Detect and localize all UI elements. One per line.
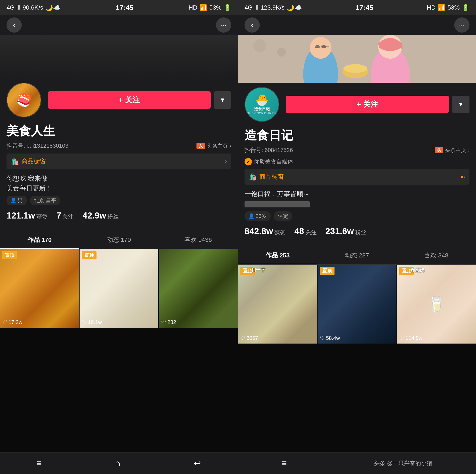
heart-icon-2-right: ♡ [320, 335, 325, 341]
status-right-right: HD 📶 53% 🔋 [427, 4, 470, 11]
status-right: HD 📶 53% 🔋 [189, 4, 232, 11]
thumb-3-left [159, 249, 238, 328]
follow-button-right[interactable]: + 关注 [286, 96, 449, 113]
tab-dynamic-left[interactable]: 动态 170 [79, 231, 159, 249]
location-label-right: 保定 [278, 213, 288, 220]
likes-stat-left: 121.1w 获赞 [6, 211, 48, 220]
thumb-2-left [80, 249, 158, 328]
bottom-bar-right: ≡ 头条 @一只兴奋的小猪 [238, 452, 476, 474]
thumb-1-right [238, 265, 317, 344]
shop-icon-left: 🛍️ [11, 158, 19, 165]
top-nav-right: ‹ ··· [238, 15, 476, 35]
status-icons: 🌙☁️ [45, 4, 61, 11]
shop-text-right: 商品橱窗 [259, 173, 460, 181]
toutiao-link-right[interactable]: 头 头条主页 › [435, 147, 470, 154]
followers-label-right: 粉丝 [355, 228, 366, 236]
status-left-right: 4G ill 123.9K/s 🌙☁️ [244, 4, 302, 11]
grid-item-1-left[interactable]: 置顶 ♡ 17.2w [0, 249, 79, 328]
title-3-right: 养懒奶 [410, 267, 476, 273]
heart-icon-1-right: ♡ [240, 335, 245, 341]
dropdown-button-right[interactable]: ▼ [452, 96, 470, 113]
shop-row-left[interactable]: 🛍️ 商品橱窗 › [6, 154, 231, 169]
likes-num-right: 842.8w [244, 226, 273, 236]
cover-area-left [0, 35, 238, 78]
tab-likes-right[interactable]: 喜欢 348 [397, 247, 476, 264]
status-bar-right: 4G ill 123.9K/s 🌙☁️ 17:45 HD 📶 53% 🔋 [238, 0, 476, 15]
following-stat-left: 7 关注 [56, 211, 74, 220]
grid-item-3-right[interactable]: 🥛 置顶 养懒奶 ♡ 114.5w [397, 265, 476, 344]
grid-item-2-right[interactable]: 置顶 ♡ 58.4w [318, 265, 396, 344]
like-num-3-left: 282 [167, 319, 176, 325]
toutiao-text-right: 头条主页 [445, 147, 466, 154]
heart-icon-2-left: ♡ [82, 319, 87, 326]
profile-section-left: 🍣 + 关注 ▼ 美食人生 抖音号: cui13121830103 头 头条主页… [0, 78, 238, 231]
signal-indicator: 4G ill [6, 4, 20, 11]
like-num-3-right: 114.5w [406, 335, 422, 341]
avatar-right: 🐣 造食日记 THE COOK DIARIES [244, 87, 279, 122]
toutiao-link-left[interactable]: 头 头条主页 › [197, 142, 231, 149]
gender-tag-left: 👤 男 [6, 196, 27, 205]
menu-icon-right[interactable]: ≡ [282, 458, 287, 468]
quality-badge-right: ✓ 优质美食自媒体 [244, 158, 470, 165]
followers-num-left: 42.9w [82, 211, 106, 220]
avatar-image-left: 🍣 [7, 83, 41, 117]
home-icon-left[interactable]: ⌂ [115, 458, 120, 468]
more-button-right[interactable]: ··· [454, 18, 470, 33]
thumb-3-right: 🥛 [397, 265, 476, 344]
bio-line2-left: 美食每日更新！ [6, 183, 231, 193]
like-count-1-left: ♡ 17.2w [2, 319, 22, 326]
tab-works-left[interactable]: 作品 170 [0, 231, 79, 249]
like-count-1-right: ♡ 8057 [240, 335, 258, 341]
thumb-1-left [0, 249, 79, 328]
heart-icon-3-left: ♡ [161, 319, 166, 326]
shop-row-right[interactable]: 🛍️ 商品橱窗 › [244, 169, 470, 185]
bio-left: 你想吃 我来做 美食每日更新！ [6, 174, 231, 193]
following-num-right: 48 [294, 226, 304, 236]
location-tag-left: 北京·昌平 [30, 196, 60, 205]
followers-label-left: 粉丝 [107, 213, 119, 220]
more-button-left[interactable]: ··· [216, 18, 231, 33]
profile-section-right: 🐣 造食日记 THE COOK DIARIES + 关注 ▼ 造食日记 抖音号:… [238, 83, 476, 247]
like-count-2-left: ♡ 19.1w [82, 319, 102, 326]
grid-item-1-right[interactable]: 置顶 和一下 ♡ 8057 [238, 265, 317, 344]
pinned-badge-2-right: 置顶 [320, 267, 335, 275]
username-left: 美食人生 [6, 123, 231, 139]
heart-icon-3-right: ♡ [399, 335, 404, 341]
dropdown-button-left[interactable]: ▼ [214, 91, 231, 109]
location-tag-right: 保定 [274, 211, 292, 221]
like-num-2-right: 58.4w [326, 335, 340, 341]
stats-row-left: 121.1w 获赞 7 关注 42.9w 粉丝 [6, 211, 231, 220]
hd-badge: HD [189, 4, 197, 11]
like-count-2-right: ♡ 58.4w [320, 335, 340, 341]
like-count-3-right: ♡ 114.5w [399, 335, 422, 341]
back-button-left[interactable]: ‹ [6, 18, 22, 33]
grid-item-2-left[interactable]: 置顶 ♡ 19.1w [80, 249, 158, 328]
menu-icon-left[interactable]: ≡ [37, 458, 42, 468]
like-num-1-left: 17.2w [8, 319, 22, 325]
svg-point-4 [310, 37, 331, 59]
left-phone-panel: 4G ill 90.6K/s 🌙☁️ 17:45 HD 📶 53% 🔋 ‹ ··… [0, 0, 238, 474]
back-button-right[interactable]: ‹ [244, 18, 260, 33]
follow-button-left[interactable]: + 关注 [48, 91, 211, 109]
like-num-2-left: 19.1w [88, 319, 102, 325]
top-nav-left: ‹ ··· [0, 15, 238, 35]
followers-stat-left: 42.9w 粉丝 [82, 211, 119, 220]
following-num-left: 7 [56, 211, 61, 220]
avatar-left: 🍣 [6, 83, 41, 117]
back-nav-icon-left[interactable]: ↩ [194, 458, 201, 468]
person-icon-right: 👤 [248, 213, 254, 219]
tab-dynamic-right[interactable]: 动态 287 [317, 247, 397, 264]
followers-num-right: 231.6w [325, 226, 354, 236]
likes-label-left: 获赞 [36, 213, 48, 220]
tab-likes-left[interactable]: 喜欢 9436 [158, 231, 238, 249]
battery-indicator: 53% [209, 4, 221, 11]
douyin-id-left: 抖音号: cui13121830103 [6, 142, 68, 150]
grid-item-3-left[interactable]: ♡ 282 [159, 249, 238, 328]
shop-text-left: 商品橱窗 [21, 157, 225, 165]
douyin-id-row-left: 抖音号: cui13121830103 头 头条主页 › [6, 142, 231, 150]
profile-top-right: 🐣 造食日记 THE COOK DIARIES + 关注 ▼ [244, 87, 470, 122]
shop-dot-right [461, 176, 463, 178]
tags-row-left: 👤 男 北京·昌平 [6, 196, 231, 205]
toutiao-arrow-left: › [230, 143, 231, 149]
tab-works-right[interactable]: 作品 253 [238, 247, 317, 264]
